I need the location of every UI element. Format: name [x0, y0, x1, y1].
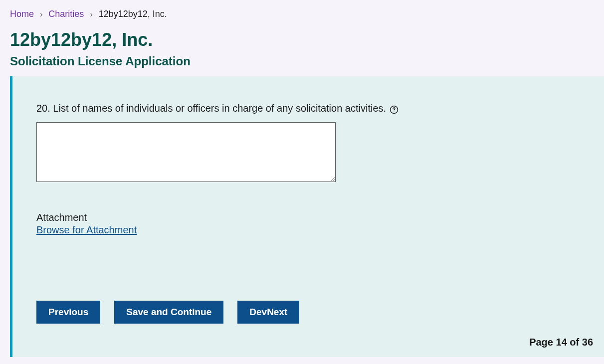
- button-row: Previous Save and Continue DevNext: [36, 301, 580, 324]
- page-header: 12by12by12, Inc. Solicitation License Ap…: [0, 24, 604, 76]
- solicitation-names-input[interactable]: [36, 122, 336, 182]
- page-subtitle: Solicitation License Application: [10, 54, 594, 68]
- page-counter: Page 14 of 36: [529, 337, 593, 348]
- help-icon[interactable]: [390, 105, 399, 114]
- attachment-label: Attachment: [36, 212, 580, 223]
- previous-button[interactable]: Previous: [36, 301, 100, 324]
- form-panel: 20. List of names of individuals or offi…: [10, 76, 604, 357]
- chevron-right-icon: ›: [90, 10, 92, 19]
- question-label: 20. List of names of individuals or offi…: [36, 103, 386, 114]
- devnext-button[interactable]: DevNext: [237, 301, 299, 324]
- page-title: 12by12by12, Inc.: [10, 29, 594, 50]
- breadcrumb-home-link[interactable]: Home: [10, 9, 34, 19]
- svg-point-1: [394, 111, 394, 112]
- breadcrumb-charities-link[interactable]: Charities: [48, 9, 84, 19]
- browse-attachment-link[interactable]: Browse for Attachment: [36, 224, 137, 236]
- save-continue-button[interactable]: Save and Continue: [114, 301, 223, 324]
- breadcrumb-current: 12by12by12, Inc.: [99, 9, 167, 19]
- breadcrumb: Home › Charities › 12by12by12, Inc.: [0, 0, 604, 24]
- chevron-right-icon: ›: [40, 10, 42, 19]
